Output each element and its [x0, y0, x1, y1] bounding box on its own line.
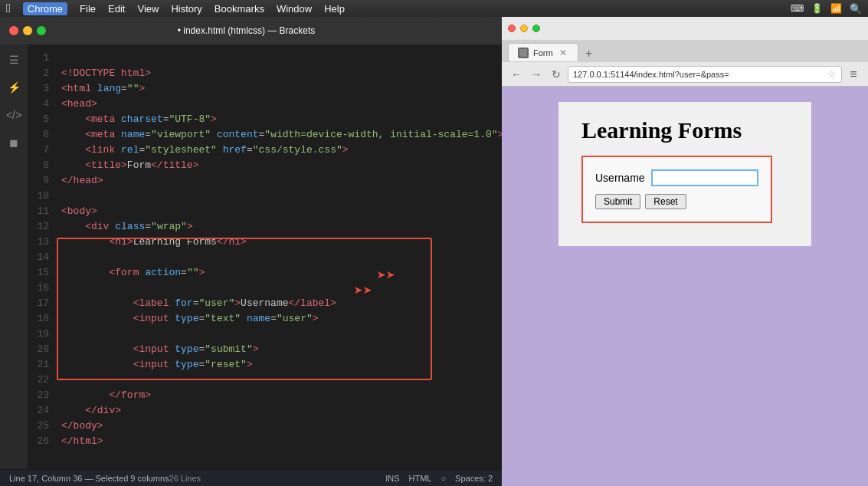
username-input[interactable]: [651, 169, 758, 186]
lines-count: 26 Lines: [169, 474, 201, 483]
menu-chrome[interactable]: Chrome: [23, 2, 67, 15]
html-mode[interactable]: HTML: [408, 474, 431, 483]
code-icon[interactable]: </>: [5, 106, 23, 124]
ins-mode[interactable]: INS: [385, 474, 399, 483]
arrow-line17: ➤➤: [354, 284, 372, 300]
menu-window[interactable]: Window: [277, 3, 312, 15]
apple-menu[interactable]: : [6, 2, 11, 15]
browser-toolbar: ← → ↻ 127.0.0.1:51144/index.html?user=&p…: [502, 61, 868, 86]
browser-chrome: Form ✕ + ← → ↻ 127.0.0.1:51144/index.htm…: [502, 17, 868, 87]
main-container: • index.html (htmlcss) — Brackets ☰ ⚡ </…: [0, 17, 868, 486]
editor-content: ☰ ⚡ </> ◼ 12345 678910 1112131415 161718…: [0, 44, 502, 469]
code-area: 12345 678910 1112131415 1617181920 21222…: [28, 44, 502, 469]
submit-btn[interactable]: Submit: [595, 194, 640, 209]
menu-history[interactable]: History: [171, 3, 201, 15]
tab-title: Form: [533, 48, 553, 57]
lightning-icon[interactable]: ⚡: [5, 78, 23, 97]
arrow-line16: ➤➤: [377, 269, 395, 284]
browser-minimize[interactable]: [520, 25, 528, 32]
wifi-icon: ⌨: [791, 3, 804, 14]
status-bar: Line 17, Column 36 — Selected 9 columns …: [0, 469, 502, 486]
webpage: Learning Forms Username Submit Reset: [558, 102, 811, 246]
magnify-icon[interactable]: 🔍: [850, 3, 862, 15]
bookmark-icon[interactable]: ☆: [827, 68, 837, 80]
menu-edit[interactable]: Edit: [108, 3, 125, 15]
new-tab-btn[interactable]: +: [581, 46, 597, 61]
minimize-button[interactable]: [23, 26, 32, 35]
browser-menu-icon[interactable]: ≡: [845, 66, 862, 83]
browser-maximize[interactable]: [532, 25, 540, 32]
browser-tabs: Form ✕ +: [502, 40, 868, 61]
reset-btn[interactable]: Reset: [645, 194, 686, 209]
maximize-button[interactable]: [37, 26, 46, 35]
username-label: Username: [595, 172, 645, 184]
cursor-dot: ○: [441, 474, 446, 483]
editor-tab[interactable]: • index.html (htmlcss) — Brackets: [178, 25, 316, 36]
extract-icon[interactable]: ◼: [5, 133, 23, 152]
menu-view[interactable]: View: [137, 3, 159, 15]
close-button[interactable]: [9, 26, 18, 35]
browser-content: Learning Forms Username Submit Reset: [502, 87, 868, 486]
webpage-form-area: Username Submit Reset: [581, 156, 772, 223]
editor-titlebar: • index.html (htmlcss) — Brackets: [0, 17, 502, 44]
browser-close[interactable]: [508, 25, 516, 32]
back-btn[interactable]: ←: [508, 66, 525, 83]
editor-panel: • index.html (htmlcss) — Brackets ☰ ⚡ </…: [0, 17, 502, 486]
url-bar[interactable]: 127.0.0.1:51144/index.html?user=&pass= ☆: [568, 66, 842, 83]
url-text: 127.0.0.1:51144/index.html?user=&pass=: [573, 70, 729, 79]
tab-close-btn[interactable]: ✕: [558, 48, 568, 58]
browser-panel: Form ✕ + ← → ↻ 127.0.0.1:51144/index.htm…: [502, 17, 868, 486]
forward-btn[interactable]: →: [528, 66, 545, 83]
spaces-label[interactable]: Spaces: 2: [455, 474, 493, 483]
menu-file[interactable]: File: [80, 3, 96, 15]
sidebar-toggle-icon[interactable]: ☰: [5, 51, 23, 69]
code-lines: 12345 678910 1112131415 1617181920 21222…: [28, 44, 502, 469]
form-buttons: Submit Reset: [595, 194, 758, 209]
line-numbers: 12345 678910 1112131415 1617181920 21222…: [28, 44, 55, 469]
svg-rect-0: [519, 49, 527, 57]
menu-bar:  Chrome File Edit View History Bookmark…: [0, 0, 868, 17]
traffic-lights: [9, 26, 46, 35]
tab-favicon: [518, 48, 529, 58]
refresh-btn[interactable]: ↻: [548, 66, 565, 83]
battery-icon: 🔋: [811, 3, 823, 14]
left-toolbar: ☰ ⚡ </> ◼: [0, 44, 28, 469]
menu-help[interactable]: Help: [324, 3, 345, 15]
browser-tab-form[interactable]: Form ✕: [508, 43, 578, 61]
page-title: Learning Forms: [581, 117, 788, 143]
cursor-position: Line 17, Column 36 — Selected 9 columns: [9, 474, 169, 483]
code-content[interactable]: <!DOCTYPE html> <html lang=""> <head> <m…: [55, 44, 502, 469]
browser-titlebar: [502, 17, 868, 40]
clock-icon: 📶: [830, 3, 842, 14]
form-row: Username: [595, 169, 758, 186]
menu-bookmarks[interactable]: Bookmarks: [215, 3, 264, 15]
